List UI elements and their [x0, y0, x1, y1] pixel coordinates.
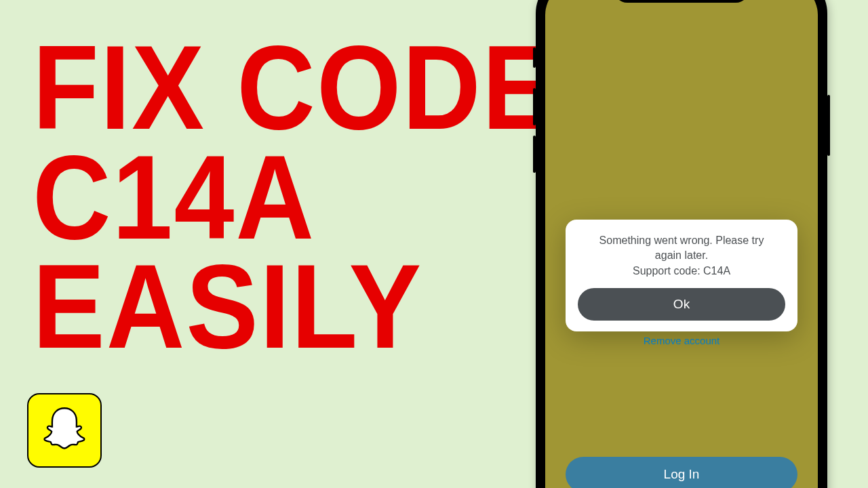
ghost-icon [38, 404, 91, 457]
headline-line-2: C14A [33, 142, 556, 252]
phone-notch [614, 0, 749, 3]
phone-volume-up [533, 88, 536, 125]
phone-screen: Remove account Log In Something went wro… [545, 0, 818, 488]
alert-ok-button[interactable]: Ok [578, 288, 785, 321]
alert-message: Something went wrong. Please try again l… [578, 233, 785, 279]
headline-line-3: Easily [33, 252, 556, 362]
phone-mute-switch [533, 47, 536, 68]
login-button[interactable]: Log In [566, 457, 797, 488]
phone-volume-down [533, 136, 536, 173]
alert-message-line-2: again later. [578, 248, 785, 263]
headline-line-1: Fix Code [33, 33, 556, 142]
headline-text: Fix Code C14A Easily [33, 33, 556, 362]
phone-power-button [827, 95, 830, 156]
phone-mockup: Remove account Log In Something went wro… [536, 0, 827, 488]
remove-account-link[interactable]: Remove account [545, 335, 818, 346]
alert-message-line-1: Something went wrong. Please try [599, 235, 764, 246]
alert-support-code: Support code: C14A [578, 264, 785, 279]
snapchat-app-icon [27, 393, 102, 468]
error-alert-dialog: Something went wrong. Please try again l… [566, 220, 797, 331]
